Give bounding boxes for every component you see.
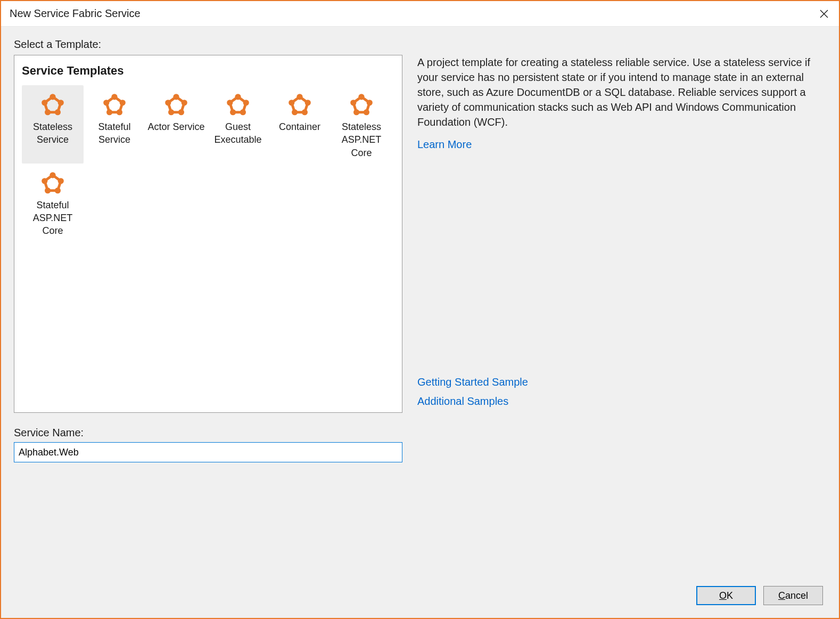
svg-point-57 [358, 94, 364, 100]
svg-point-19 [117, 109, 122, 115]
additional-samples-link[interactable]: Additional Samples [417, 394, 826, 409]
svg-point-68 [58, 178, 64, 184]
template-grid: Stateless ServiceStateful ServiceActor S… [22, 85, 393, 242]
cancel-button-suffix: ancel [785, 590, 808, 601]
svg-point-7 [50, 94, 55, 100]
fabric-ring-icon [38, 170, 67, 196]
learn-more-link[interactable]: Learn More [417, 137, 826, 152]
template-label: Stateful Service [86, 120, 143, 146]
svg-point-37 [235, 94, 241, 100]
ok-button[interactable]: OK [696, 586, 756, 605]
templates-heading: Service Templates [22, 64, 393, 78]
fabric-ring-icon [38, 170, 67, 196]
fabric-ring-icon [162, 92, 191, 117]
close-icon [820, 10, 828, 18]
svg-point-51 [289, 100, 294, 105]
select-template-label: Select a Template: [14, 38, 826, 51]
template-item-stateless-asp-net-core[interactable]: Stateless ASP.NET Core [331, 85, 392, 164]
svg-point-10 [45, 109, 51, 115]
svg-point-47 [297, 94, 302, 100]
titlebar: New Service Fabric Service [1, 1, 839, 27]
svg-point-27 [173, 94, 179, 100]
svg-point-40 [230, 109, 236, 115]
template-panel: Service Templates Stateless ServiceState… [14, 55, 402, 413]
svg-point-17 [111, 94, 117, 100]
template-item-stateless-service[interactable]: Stateless Service [22, 85, 84, 164]
fabric-ring-icon [285, 92, 314, 117]
fabric-ring-icon [100, 92, 129, 117]
template-label: Actor Service [147, 120, 204, 133]
template-item-stateful-asp-net-core[interactable]: Stateful ASP.NET Core [22, 164, 84, 242]
fabric-ring-icon [38, 92, 67, 117]
template-label: Stateless Service [24, 120, 81, 146]
fabric-ring-icon [224, 92, 252, 117]
template-label: Stateful ASP.NET Core [24, 199, 81, 238]
svg-point-29 [178, 109, 184, 115]
main-columns: Service Templates Stateless ServiceState… [14, 55, 826, 413]
template-label: Stateless ASP.NET Core [333, 120, 390, 159]
fabric-ring-icon [347, 92, 376, 117]
svg-point-9 [55, 109, 61, 115]
svg-point-39 [240, 109, 246, 115]
svg-point-48 [305, 100, 311, 105]
fabric-ring-icon [100, 92, 129, 117]
template-label: Guest Executable [209, 120, 267, 146]
svg-point-59 [364, 109, 369, 115]
service-name-input[interactable] [14, 442, 402, 462]
template-item-guest-executable[interactable]: Guest Executable [207, 85, 269, 164]
svg-point-58 [367, 100, 373, 105]
svg-point-67 [50, 172, 55, 178]
svg-point-61 [350, 100, 356, 105]
svg-point-60 [353, 109, 359, 115]
cancel-button[interactable]: Cancel [763, 586, 823, 605]
service-name-block: Service Name: [14, 427, 402, 462]
fabric-ring-icon [347, 92, 376, 117]
window-title: New Service Fabric Service [10, 7, 809, 20]
fabric-ring-icon [224, 92, 252, 117]
svg-point-18 [120, 100, 126, 105]
getting-started-link[interactable]: Getting Started Sample [417, 374, 826, 389]
svg-point-21 [103, 100, 109, 105]
svg-point-20 [106, 109, 112, 115]
template-item-stateful-service[interactable]: Stateful Service [84, 85, 145, 164]
fabric-ring-icon [285, 92, 314, 117]
close-button[interactable] [809, 1, 839, 27]
svg-point-70 [45, 188, 51, 193]
svg-point-69 [55, 188, 61, 193]
svg-point-11 [42, 100, 47, 105]
fabric-ring-icon [38, 92, 67, 117]
svg-point-41 [227, 100, 233, 105]
svg-point-30 [168, 109, 174, 115]
template-label: Container [279, 120, 320, 133]
description-panel: A project template for creating a statel… [417, 55, 826, 413]
dialog-buttons: OK Cancel [14, 573, 826, 618]
template-item-actor-service[interactable]: Actor Service [145, 85, 207, 164]
svg-point-38 [243, 100, 249, 105]
template-item-container[interactable]: Container [269, 85, 331, 164]
service-name-label: Service Name: [14, 427, 402, 439]
ok-button-suffix: K [727, 590, 733, 601]
dialog-window: New Service Fabric Service Select a Temp… [0, 0, 840, 619]
svg-point-49 [302, 109, 308, 115]
fabric-ring-icon [162, 92, 191, 117]
svg-point-31 [165, 100, 171, 105]
template-description: A project template for creating a statel… [417, 55, 826, 129]
svg-point-71 [42, 178, 47, 184]
spacer [417, 156, 826, 374]
svg-point-8 [58, 100, 64, 105]
svg-point-50 [292, 109, 298, 115]
dialog-body: Select a Template: Service Templates Sta… [1, 27, 839, 618]
svg-point-28 [182, 100, 187, 105]
